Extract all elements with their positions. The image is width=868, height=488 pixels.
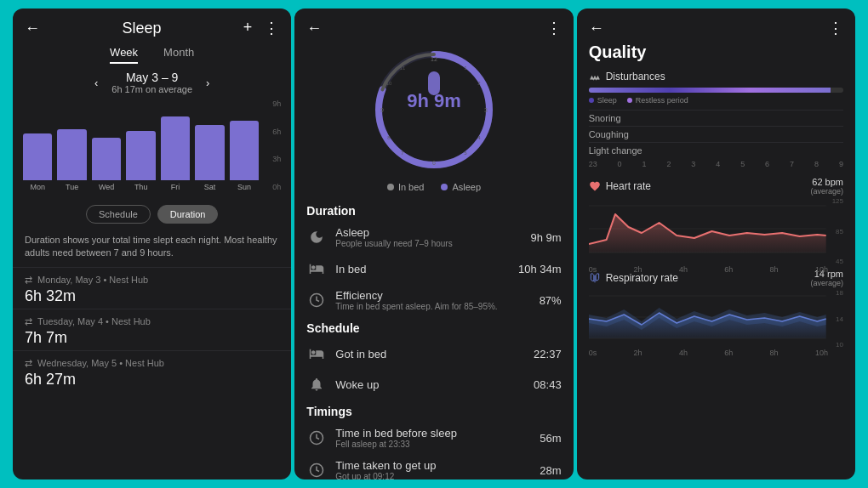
- metric-name-wokeup: Woke up: [335, 378, 525, 391]
- chart-grid-labels: 9h 6h 3h 0h: [272, 99, 281, 191]
- metric-sub-timetowake: Got up at 09:12: [335, 472, 531, 479]
- entry-value-monday: 6h 32m: [25, 287, 279, 305]
- time-label-7: 7: [790, 160, 794, 168]
- metric-info-inbed: In bed: [335, 263, 510, 275]
- next-week-icon[interactable]: ›: [206, 77, 209, 89]
- dist-coughing: Coughing: [589, 126, 843, 142]
- bar-fill-mon: [23, 133, 52, 180]
- rr-y-14: 14: [836, 315, 843, 323]
- rr-x-axis: 0s2h4h6h8h10h: [589, 348, 843, 357]
- hr-x-axis: 0s2h4h6h8h10h: [589, 264, 843, 274]
- hr-y-85: 85: [832, 228, 843, 235]
- metric-name-timetosleep: Time in bed before sleep: [335, 427, 531, 440]
- bar-fill-wed: [92, 138, 121, 180]
- rr-x-8h: 8h: [770, 349, 779, 357]
- clock-svg: 9h 9m 12 3 6 9 1 2 4 5 7 8 10 11: [370, 46, 498, 173]
- snoring-label: Snoring: [589, 113, 621, 123]
- entry-value-wednesday: 6h 27m: [25, 371, 279, 389]
- bar-label-mon: Mon: [30, 183, 45, 191]
- bar-fill-fri: [161, 116, 190, 180]
- prev-week-icon[interactable]: ‹: [94, 77, 98, 89]
- metric-name-efficiency: Efficiency: [335, 289, 530, 302]
- sleep-entry-monday: ⇄ Monday, May 3 • Nest Hub 6h 32m: [13, 267, 291, 309]
- dist-lightchange: Light change: [589, 142, 843, 158]
- date-navigation: ‹ May 3 – 9 6h 17m on average ›: [13, 64, 291, 96]
- back-icon-p2[interactable]: ←: [306, 20, 322, 37]
- grid-0h: 0h: [272, 183, 281, 191]
- panel2-header: ← ⋮: [294, 9, 573, 41]
- dist-snoring: Snoring: [589, 110, 843, 126]
- hr-y-45: 45: [832, 258, 843, 265]
- metric-icon-timetosleep: [306, 428, 327, 448]
- legend-label-inbed: In bed: [398, 182, 425, 192]
- schedule-button[interactable]: Schedule: [86, 205, 151, 224]
- tab-month[interactable]: Month: [163, 46, 194, 64]
- hr-y-labels: 125 85 45: [832, 197, 843, 265]
- grid-9h: 9h: [272, 99, 281, 108]
- hr-title-row: Heart rate 62 bpm (average): [589, 177, 843, 196]
- metric-icon-inbed: [306, 258, 327, 279]
- bar-chart: 9h 6h 3h 0h MonTueWedThuFriSatSun: [13, 96, 291, 198]
- time-label-4: 4: [716, 160, 720, 168]
- sleep-entry-wednesday: ⇄ Wednesday, May 5 • Nest Hub 6h 27m: [13, 350, 291, 392]
- svg-text:9h 9m: 9h 9m: [407, 90, 461, 111]
- bar-fill-tue: [57, 129, 86, 180]
- svg-marker-23: [589, 214, 826, 253]
- metric-gotinbed: Got in bed 22:37: [294, 338, 573, 369]
- disturbance-legend: Sleep Restless period: [589, 96, 843, 105]
- bar-sat: Sat: [195, 125, 224, 191]
- restless-dot: [627, 98, 632, 103]
- back-icon-p3[interactable]: ←: [589, 20, 604, 37]
- heart-rate-section: Heart rate 62 bpm (average) 125 85 45: [577, 173, 855, 265]
- hr-x-8h: 8h: [770, 265, 779, 274]
- tab-week[interactable]: Week: [110, 46, 138, 64]
- metric-info-asleep: Asleep People usually need 7–9 hours: [335, 226, 522, 248]
- bar-label-tue: Tue: [66, 183, 78, 191]
- duration-button[interactable]: Duration: [157, 205, 219, 224]
- bar-fill-sun: [230, 121, 259, 180]
- section-timings: Timings: [294, 400, 573, 422]
- time-label-5: 5: [740, 160, 745, 168]
- panel1-header: ← Sleep + ⋮: [13, 9, 291, 43]
- restless-label: Restless period: [636, 96, 688, 105]
- time-label-3: 3: [691, 160, 695, 168]
- legend-asleep: Asleep: [441, 182, 481, 192]
- svg-text:9: 9: [380, 107, 384, 113]
- metric-name-asleep: Asleep: [335, 226, 522, 239]
- more-icon-p2[interactable]: ⋮: [546, 19, 562, 37]
- rr-y-labels: 18 14 10: [836, 289, 843, 349]
- rr-x-4h: 4h: [679, 349, 688, 357]
- bar-mon: Mon: [23, 133, 52, 191]
- hr-title: Heart rate: [589, 180, 651, 192]
- sleep-icon-mon: ⇄: [25, 275, 32, 286]
- metric-icon-timetowake: [306, 460, 327, 479]
- metric-value-timetowake: 28m: [540, 464, 561, 477]
- grid-3h: 3h: [272, 155, 281, 163]
- more-icon[interactable]: ⋮: [264, 19, 279, 37]
- bars-container: MonTueWedThuFriSatSun: [23, 99, 281, 191]
- metric-wokeup: Woke up 08:43: [294, 369, 573, 400]
- toggle-buttons: Schedule Duration: [13, 198, 291, 230]
- metric-name-timetowake: Time taken to get up: [335, 459, 531, 472]
- date-range-block: May 3 – 9 6h 17m on average: [111, 71, 192, 94]
- more-icon-p3[interactable]: ⋮: [828, 19, 843, 37]
- rr-avg: (average): [810, 279, 843, 287]
- hr-chart: 125 85 45: [589, 197, 843, 265]
- section-schedule: Schedule: [294, 316, 573, 338]
- sleep-label: Sleep: [597, 96, 617, 105]
- metric-info-timetosleep: Time in bed before sleep Fell asleep at …: [335, 427, 531, 449]
- metric-icon-gotinbed: [306, 343, 327, 364]
- hr-avg: (average): [810, 187, 843, 196]
- entry-title-tuesday: ⇄ Tuesday, May 4 • Nest Hub: [25, 316, 279, 327]
- legend-inbed: In bed: [387, 182, 425, 192]
- sleep-entry-tuesday: ⇄ Tuesday, May 4 • Nest Hub 7h 7m: [13, 309, 291, 350]
- bar-tue: Tue: [57, 129, 86, 191]
- back-icon[interactable]: ←: [25, 20, 40, 37]
- sleep-dot: [589, 98, 594, 103]
- rr-x-10h: 10h: [815, 349, 828, 357]
- metric-sub-efficiency: Time in bed spent asleep. Aim for 85–95%…: [335, 302, 530, 311]
- rr-chart-svg: [589, 289, 843, 344]
- add-icon[interactable]: +: [243, 19, 253, 37]
- metric-icon-wokeup: [306, 374, 327, 394]
- coughing-label: Coughing: [589, 129, 629, 139]
